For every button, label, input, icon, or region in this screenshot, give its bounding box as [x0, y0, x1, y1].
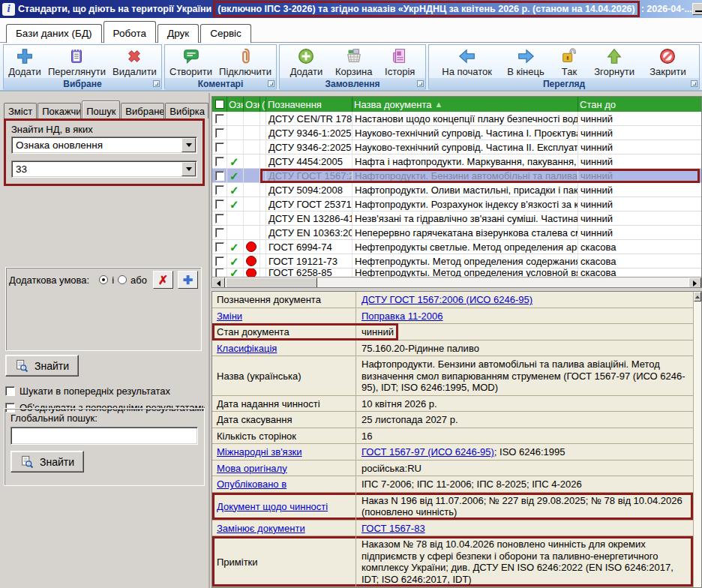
detail-value-link[interactable]: Поправка 11-2006	[362, 310, 443, 322]
toolbar-button-label: В кінець	[507, 66, 544, 77]
detail-label-link[interactable]: Зміни	[217, 310, 242, 322]
delete-condition-button[interactable]: ✗	[153, 271, 173, 289]
menu-tab-Друк[interactable]: Друк	[158, 24, 199, 43]
column-header-Озн[interactable]: Озн	[244, 97, 260, 112]
document-status: чинний	[578, 154, 701, 168]
detail-label-link[interactable]: Опубліковано в	[217, 478, 286, 490]
toolbar-button-Підключити[interactable]: Підключити	[217, 46, 274, 78]
column-header-Назва документа[interactable]: Назва документа▲	[352, 97, 578, 112]
table-row[interactable]: ДСТУ 9346-1:2025Науково-технічний супров…	[212, 126, 701, 140]
detail-value-link[interactable]: ГОСТ 1567-97 (ИСО 6246-95)	[362, 446, 494, 458]
detail-row: ПриміткиНаказом № 78 від 10.04.2026 поно…	[212, 536, 693, 587]
row-checkbox[interactable]	[215, 171, 224, 181]
menu-tab-Бази даних (БД)[interactable]: Бази даних (БД)	[6, 24, 102, 43]
toolbar-button-Згорнути[interactable]: Згорнути	[592, 46, 637, 78]
row-checkbox[interactable]	[215, 128, 224, 138]
toolbar-button-Створити[interactable]: Створити	[167, 46, 214, 78]
dialog-launcher-icon[interactable]	[153, 80, 160, 87]
scroll-up-arrow-icon[interactable]	[694, 292, 701, 302]
table-row[interactable]: ✓ГОСТ 6994-74Нефтепродукты светлые. Мето…	[212, 240, 701, 254]
menu-tab-Сервіс[interactable]: Сервіс	[200, 24, 251, 43]
chevron-down-icon[interactable]	[182, 162, 196, 176]
add-condition-button[interactable]: ✚	[178, 271, 198, 289]
scrollbar-thumb[interactable]	[226, 278, 317, 288]
sidebar-tab-Пошук[interactable]: Пошук	[82, 100, 120, 118]
basket-icon	[344, 46, 364, 66]
global-find-button[interactable]: Знайти	[10, 451, 84, 472]
notepad-icon	[67, 46, 86, 66]
details-vertical-scrollbar[interactable]	[693, 292, 701, 587]
check-mark-icon: ✓	[230, 199, 239, 210]
select-all-checkbox[interactable]	[215, 100, 224, 109]
row-checkbox[interactable]	[215, 242, 224, 252]
search-field-dropdown[interactable]: Ознака оновлення	[11, 136, 197, 154]
dialog-launcher-icon[interactable]	[268, 80, 274, 87]
detail-label-link[interactable]: Документ щодо чинності	[217, 501, 328, 512]
scroll-right-arrow-icon[interactable]	[688, 278, 701, 288]
detail-label-link[interactable]: Мова оригіналу	[217, 463, 287, 474]
radio-and[interactable]	[99, 275, 108, 284]
dialog-launcher-icon[interactable]	[417, 80, 424, 87]
detail-label-link[interactable]: Міжнародні зв'язки	[217, 446, 302, 458]
toolbar-button-Додати[interactable]: Додати	[6, 46, 44, 78]
toolbar-button-label: На початок	[442, 66, 492, 77]
sidebar-tab-Зміст[interactable]: Зміст	[4, 103, 37, 118]
global-search-input[interactable]	[10, 427, 198, 445]
toolbar-button-Переглянути[interactable]: Переглянути	[46, 46, 108, 78]
detail-label-link[interactable]: Класифікація	[217, 343, 277, 354]
scroll-left-arrow-icon[interactable]	[212, 278, 225, 288]
find-button[interactable]: Знайти	[5, 355, 79, 376]
row-checkbox[interactable]	[215, 228, 224, 238]
chevron-down-icon[interactable]	[182, 138, 196, 152]
radio-or[interactable]	[118, 275, 127, 284]
horizontal-scrollbar[interactable]	[212, 277, 701, 288]
table-row[interactable]: ДСТУ CEN/TR 17801:202:Настанови щодо кон…	[212, 112, 701, 126]
column-header-Озн[interactable]: Озн	[227, 97, 244, 112]
toolbar-button-Так[interactable]: Так	[557, 46, 581, 78]
row-checkbox[interactable]	[215, 268, 224, 277]
detail-value-link[interactable]: ДСТУ ГОСТ 1567:2006 (ИСО 6246-95)	[362, 294, 532, 305]
sidebar-tab-Вибірка[interactable]: Вибірка	[165, 103, 208, 118]
row-checkbox[interactable]	[215, 256, 224, 266]
table-row[interactable]: ✓ДСТУ 5094:2008Нафтопродукти. Оливи маст…	[212, 183, 701, 197]
arrow-up-icon	[604, 46, 624, 66]
toolbar-button-В кінець[interactable]: В кінець	[505, 46, 547, 78]
row-checkbox[interactable]	[215, 214, 224, 224]
sidebar-tab-Покажчи[interactable]: Покажчи	[38, 103, 81, 118]
toolbar-button-Корзина[interactable]: Корзина	[333, 46, 375, 78]
row-checkbox[interactable]	[215, 142, 224, 152]
toolbar-button-label: Додати	[8, 66, 41, 77]
minimize-button[interactable]	[692, 3, 702, 15]
ribbon-toolbar: ДодатиПереглянутиВидалитиВибранеСтворити…	[0, 43, 702, 92]
toolbar-button-Видалити[interactable]: Видалити	[110, 46, 159, 78]
search-in-previous-checkbox[interactable]	[5, 386, 15, 396]
table-row[interactable]: ✓ГОСТ 19121-73Нефтепродукты. Метод опред…	[212, 254, 701, 268]
row-checkbox[interactable]	[215, 200, 224, 209]
search-value-dropdown[interactable]: 33	[11, 160, 197, 178]
detail-label-link[interactable]: Замінює документи	[217, 523, 305, 534]
check-mark-icon: ✓	[230, 156, 239, 167]
row-checkbox[interactable]	[215, 157, 224, 166]
table-row[interactable]: ДСТУ EN 13286-41:2022 (Незв'язані та гід…	[212, 212, 701, 226]
table-row[interactable]: ✓ДСТУ ГОСТ 25371:2006 (ІНафтопродукти. Р…	[212, 197, 701, 212]
menu-tab-Робота[interactable]: Робота	[104, 21, 156, 43]
table-row[interactable]: ДСТУ 9346-2:2025Науково-технічний супров…	[212, 140, 701, 154]
toolbar-button-Історія[interactable]: Історія	[382, 46, 417, 78]
sidebar-tab-Вибране[interactable]: Вибране	[121, 103, 164, 118]
column-header-Стан до[interactable]: Стан до	[578, 97, 702, 112]
detail-value: російська:RU	[356, 460, 693, 476]
table-row[interactable]: ✓ГОСТ 6258-85Нефтепродукты. Метод опреде…	[212, 268, 701, 277]
table-row[interactable]: ДСТУ EN 10363:2022 (ENНеперервно гарячек…	[212, 226, 701, 240]
detail-value-link[interactable]: ГОСТ 1567-83	[362, 523, 425, 534]
table-row[interactable]: ✓ДСТУ 4454:2005Нафта і нафтопродукти. Ма…	[212, 154, 701, 169]
toolbar-button-На початок[interactable]: На початок	[440, 46, 494, 78]
toolbar-button-Закрити[interactable]: Закрити	[647, 46, 688, 78]
toolbar-button-Додати[interactable]: Додати	[288, 46, 326, 78]
row-checkbox[interactable]	[215, 185, 224, 195]
dialog-launcher-icon[interactable]	[691, 80, 698, 87]
detail-label: Міжнародні зв'язки	[212, 444, 356, 460]
row-checkbox[interactable]	[215, 114, 224, 124]
table-row[interactable]: ✓ДСТУ ГОСТ 1567:2006 (ИНафтопродукти. Бе…	[212, 169, 701, 183]
column-header-Позначення[interactable]: Позначення	[266, 97, 352, 112]
column-header-([interactable]: (	[260, 97, 266, 112]
